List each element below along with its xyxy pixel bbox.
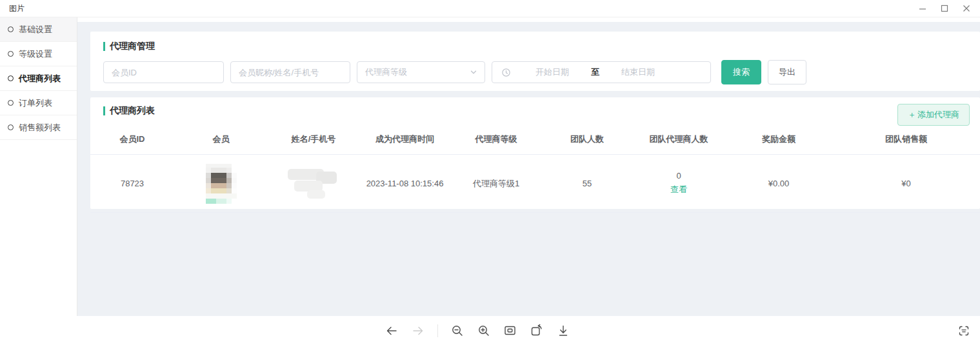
image-viewer-toolbar: [0, 316, 980, 345]
radio-circle-icon: [8, 26, 14, 32]
download-icon: [557, 324, 570, 337]
col-reward-amount: 奖励金额: [725, 126, 832, 155]
sidebar-item-label: 订单列表: [19, 97, 52, 109]
cell-team-agent-count: 0 查看: [632, 155, 725, 213]
back-button[interactable]: [385, 324, 399, 338]
agent-list-card: 代理商列表 ＋添加代理商 会员ID 会员 姓名/手机号 成为代理: [90, 97, 980, 209]
back-icon: [385, 324, 399, 338]
toolbar-divider: [437, 324, 438, 337]
col-become-time: 成为代理商时间: [359, 126, 450, 155]
minimize-button[interactable]: [912, 1, 934, 16]
date-range-picker[interactable]: 开始日期 至 结束日期: [492, 61, 711, 83]
zoom-out-icon: [451, 324, 464, 337]
end-date-placeholder: 结束日期: [621, 66, 655, 78]
cell-team-sales: ¥0: [832, 155, 980, 213]
fit-window-icon: [503, 324, 517, 337]
sidebar-item-sales-list[interactable]: 销售额列表: [0, 115, 77, 140]
col-name-phone: 姓名/手机号: [268, 126, 359, 155]
cell-team-count: 55: [542, 155, 632, 213]
col-member-id: 会员ID: [90, 126, 174, 155]
radio-circle-icon: [8, 100, 14, 106]
plus-icon: ＋: [908, 110, 916, 119]
table-row: 78723: [90, 155, 980, 213]
main-content: 代理商管理 代理商等级 开始日期: [77, 17, 980, 316]
start-date-placeholder: 开始日期: [535, 66, 569, 78]
member-avatar-blurred: [206, 164, 237, 204]
agent-level-select[interactable]: 代理商等级: [357, 61, 485, 83]
maximize-icon: [941, 5, 948, 12]
select-placeholder: 代理商等级: [365, 66, 407, 78]
section-title-agent-management: 代理商管理: [103, 41, 967, 52]
content-panel: 代理商管理 代理商等级 开始日期: [77, 22, 980, 317]
minimize-icon: [919, 5, 926, 12]
cell-name-phone-blurred: [268, 155, 359, 213]
maximize-button[interactable]: [934, 1, 955, 16]
zoom-in-icon: [477, 324, 490, 337]
sidebar-item-label: 等级设置: [19, 48, 52, 60]
col-team-sales: 团队销售额: [832, 126, 980, 155]
add-agent-label: 添加代理商: [917, 110, 959, 119]
window-titlebar: 图片: [0, 0, 980, 17]
fit-window-button[interactable]: [503, 324, 517, 338]
close-button[interactable]: [955, 1, 977, 16]
col-agent-level: 代理商等级: [450, 126, 542, 155]
scan-text-icon: [957, 324, 970, 337]
sidebar-item-level-settings[interactable]: 等级设置: [0, 42, 77, 66]
view-link[interactable]: 查看: [670, 184, 687, 195]
name-text-blurred: [288, 168, 339, 200]
close-icon: [963, 5, 970, 12]
window-controls: [912, 0, 977, 17]
date-separator: 至: [591, 66, 599, 78]
radio-circle-icon: [8, 75, 14, 81]
image-content: 基础设置 等级设置 代理商列表 订单列表 销售额列表 代理商管理: [0, 17, 980, 316]
section-title-agent-list: 代理商列表: [103, 105, 980, 117]
cell-member-avatar: [174, 155, 268, 213]
cell-reward-amount: ¥0.00: [725, 155, 832, 213]
sidebar: 基础设置 等级设置 代理商列表 订单列表 销售额列表: [0, 17, 77, 316]
table-header-row: 会员ID 会员 姓名/手机号 成为代理商时间 代理商等级 团队人数 团队代理商人…: [90, 126, 980, 155]
rotate-icon: [530, 324, 543, 337]
forward-icon: [411, 324, 425, 338]
sidebar-item-label: 代理商列表: [19, 73, 61, 84]
add-agent-button[interactable]: ＋添加代理商: [897, 104, 970, 126]
member-name-input[interactable]: [230, 61, 350, 83]
forward-button[interactable]: [411, 324, 425, 338]
member-id-input[interactable]: [103, 61, 224, 83]
col-team-agent-count: 团队代理商人数: [632, 126, 725, 155]
sidebar-item-label: 基础设置: [19, 24, 52, 35]
download-button[interactable]: [556, 324, 570, 338]
sidebar-item-label: 销售额列表: [19, 122, 61, 133]
section-title-text: 代理商管理: [110, 41, 155, 52]
viewer-tools: [385, 324, 570, 338]
cell-become-time: 2023-11-08 10:15:46: [359, 155, 450, 213]
section-title-text: 代理商列表: [110, 105, 155, 117]
sidebar-item-order-list[interactable]: 订单列表: [0, 91, 77, 115]
export-button[interactable]: 导出: [768, 60, 806, 84]
col-member: 会员: [174, 126, 268, 155]
sidebar-item-agent-list[interactable]: 代理商列表: [0, 66, 77, 91]
search-form: 代理商等级 开始日期 至 结束日期 搜索 导出: [103, 60, 967, 84]
scan-text-button[interactable]: [956, 323, 972, 339]
cell-agent-level: 代理商等级1: [450, 155, 542, 213]
accent-bar: [103, 106, 105, 115]
agent-management-card: 代理商管理 代理商等级 开始日期: [90, 32, 980, 91]
zoom-in-button[interactable]: [477, 324, 491, 338]
radio-circle-icon: [8, 124, 14, 130]
chevron-down-icon: [469, 68, 478, 77]
window-title: 图片: [0, 3, 25, 14]
sidebar-item-basic-settings[interactable]: 基础设置: [0, 17, 77, 42]
radio-circle-icon: [8, 51, 14, 57]
agent-table: 会员ID 会员 姓名/手机号 成为代理商时间 代理商等级 团队人数 团队代理商人…: [90, 126, 980, 213]
search-button[interactable]: 搜索: [721, 60, 761, 84]
team-agent-count-value: 0: [632, 172, 725, 180]
accent-bar: [103, 42, 105, 51]
col-team-count: 团队人数: [542, 126, 632, 155]
zoom-out-button[interactable]: [450, 324, 465, 338]
cell-member-id: 78723: [90, 155, 174, 213]
rotate-button[interactable]: [530, 324, 544, 338]
clock-icon: [501, 68, 511, 77]
